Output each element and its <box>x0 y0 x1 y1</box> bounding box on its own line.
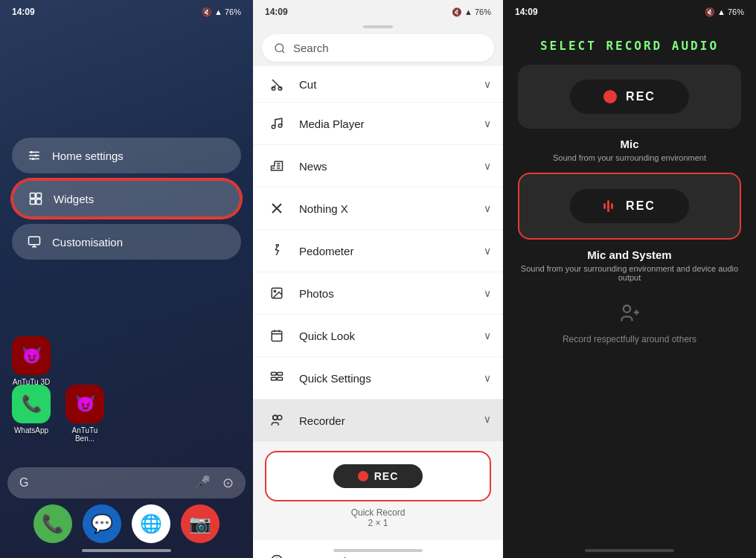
svg-point-52 <box>624 306 630 312</box>
mic-system-rec-label: REC <box>626 199 656 213</box>
news-icon <box>265 154 289 178</box>
svg-rect-31 <box>272 331 282 341</box>
app-antutubench-label: AnTuTu Ben... <box>64 426 106 443</box>
customisation-item[interactable]: Customisation <box>12 224 241 260</box>
battery-p3: 76% <box>728 7 744 16</box>
mic-system-rec-icon <box>603 199 617 213</box>
cut-chevron: ∨ <box>484 78 491 90</box>
app-antutubench[interactable]: 😈 AnTuTu Ben... <box>64 385 106 443</box>
photos-icon <box>265 281 289 305</box>
wifi-icon-p2: ▲ <box>464 7 472 16</box>
nothing-x-label: Nothing X <box>299 202 484 215</box>
nav-bar-p1 <box>82 549 171 552</box>
list-item-nothing-x[interactable]: Nothing X ∨ <box>253 187 503 229</box>
svg-rect-9 <box>36 199 42 205</box>
status-icons-p3: 🔇 ▲ 76% <box>705 7 744 17</box>
list-item-quick-settings[interactable]: Quick Settings ∨ <box>253 357 503 399</box>
mic-system-card[interactable]: REC <box>518 173 741 240</box>
quick-settings-chevron: ∨ <box>484 372 491 384</box>
dock-phone[interactable]: 📞 <box>33 504 72 543</box>
cut-icon <box>265 72 289 96</box>
widget-list: Cut ∨ Media Player ∨ News <box>253 66 503 558</box>
dock-camera[interactable]: 📷 <box>181 504 220 543</box>
widgets-item[interactable]: Widgets <box>12 179 241 218</box>
app-row-2: 📞 WhatsApp 😈 AnTuTu Ben... <box>10 385 106 443</box>
bar1 <box>603 203 606 209</box>
svg-point-4 <box>35 155 37 157</box>
home-search-bar[interactable]: G 🎤 ⊙ <box>7 467 246 498</box>
record-footer-icon <box>619 303 640 328</box>
mic-card-info: Mic Sound from your surrounding environm… <box>503 138 756 162</box>
status-bar-p1: 14:09 🔇 ▲ 76% <box>0 0 253 21</box>
widget-name-label: Quick Record 2 × 1 <box>265 507 491 528</box>
list-item-photos[interactable]: Photos ∨ <box>253 272 503 314</box>
status-bar-p2: 14:09 🔇 ▲ 76% <box>253 0 503 21</box>
svg-point-17 <box>272 87 275 91</box>
screen-time-icon <box>265 549 289 558</box>
list-item-quick-look[interactable]: Quick Look ∨ <box>253 315 503 356</box>
customisation-label: Customisation <box>52 236 123 248</box>
quick-record-preview[interactable]: REC <box>265 451 491 501</box>
screen-time-label: Screen Time <box>299 555 484 559</box>
dock-messages[interactable]: 💬 <box>83 504 121 543</box>
svg-point-28 <box>276 244 278 246</box>
search-placeholder: Search <box>293 42 329 54</box>
mic-rec-button: REC <box>570 80 689 114</box>
media-player-icon <box>265 112 289 135</box>
list-item-media-player[interactable]: Media Player ∨ <box>253 103 503 144</box>
svg-point-42 <box>272 556 283 559</box>
quick-look-icon <box>265 324 289 347</box>
wifi-icon-p3: ▲ <box>717 7 725 16</box>
app-whatsapp-label: WhatsApp <box>14 426 48 434</box>
customisation-icon <box>27 234 42 249</box>
recorder-chevron: ∧ <box>484 414 491 426</box>
news-label: News <box>299 160 484 173</box>
svg-point-40 <box>273 415 278 420</box>
quick-look-chevron: ∨ <box>484 330 491 341</box>
widget-list-panel: 14:09 🔇 ▲ 76% Search Cut ∨ <box>253 0 503 558</box>
mic-system-card-info: Mic and System Sound from your surroundi… <box>503 248 756 282</box>
svg-rect-6 <box>31 193 36 199</box>
dock-chrome[interactable]: 🌐 <box>132 504 170 543</box>
widget-search-bar[interactable]: Search <box>262 34 494 62</box>
home-settings-item[interactable]: Home settings <box>12 138 241 173</box>
list-item-recorder[interactable]: Recorder ∧ <box>253 400 503 441</box>
mic-card[interactable]: REC <box>518 65 741 129</box>
quick-settings-icon <box>265 366 289 390</box>
svg-rect-36 <box>278 373 283 376</box>
home-context-menu: Home settings Widgets Customisation <box>12 138 241 266</box>
rec-text-preview: REC <box>374 470 399 482</box>
svg-point-20 <box>278 124 282 128</box>
bar2 <box>607 200 609 212</box>
svg-rect-37 <box>272 377 277 380</box>
svg-point-19 <box>272 125 275 129</box>
nothing-x-chevron: ∨ <box>484 202 491 214</box>
list-item-cut[interactable]: Cut ∨ <box>253 66 503 102</box>
photos-label: Photos <box>299 287 484 300</box>
svg-point-5 <box>32 158 34 160</box>
mic-system-title: Mic and System <box>515 248 744 261</box>
bar3 <box>611 203 613 209</box>
app-whatsapp[interactable]: 📞 WhatsApp <box>10 385 52 443</box>
mic-rec-dot <box>603 90 617 103</box>
home-dock: 📞 💬 🌐 📷 <box>7 504 246 543</box>
record-audio-title: SELECT RECORD AUDIO <box>503 39 756 53</box>
widgets-icon <box>28 191 43 206</box>
battery-p2: 76% <box>475 7 491 16</box>
status-time-p2: 14:09 <box>265 7 288 17</box>
mic-search-icon: 🎤 <box>194 475 211 491</box>
recorder-icon <box>265 408 289 432</box>
svg-rect-7 <box>36 193 42 199</box>
svg-line-14 <box>282 51 284 53</box>
nothing-x-icon <box>265 196 289 220</box>
home-settings-icon <box>27 148 42 163</box>
mic-system-subtitle: Sound from your surrounding environment … <box>515 264 744 282</box>
svg-point-3 <box>31 151 33 153</box>
svg-rect-8 <box>31 199 36 205</box>
silent-icon-p3: 🔇 <box>705 7 715 17</box>
mic-rec-label: REC <box>626 90 656 103</box>
svg-point-41 <box>278 415 282 420</box>
status-icons-p2: 🔇 ▲ 76% <box>452 7 491 17</box>
list-item-pedometer[interactable]: Pedometer ∨ <box>253 230 503 272</box>
list-item-news[interactable]: News ∨ <box>253 145 503 187</box>
